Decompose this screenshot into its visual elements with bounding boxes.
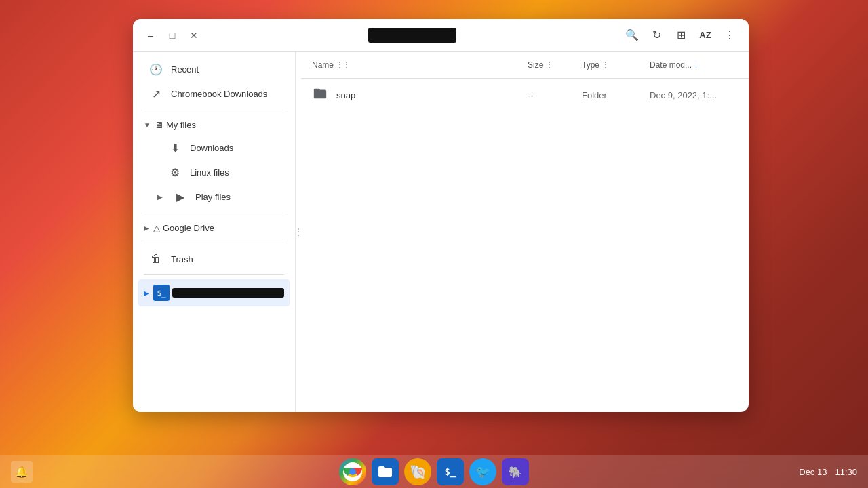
taskbar-date: Dec 13 [799, 467, 827, 477]
taskbar-mastodon[interactable]: 🐘 [502, 458, 529, 485]
google-drive-expand-arrow: ▶ [144, 224, 149, 232]
minimize-button[interactable]: – [141, 26, 160, 45]
col-type-header[interactable]: Type ⋮ [582, 60, 650, 70]
downloads-label: Downloads [190, 143, 233, 153]
notification-icon[interactable]: 🔔 [11, 461, 33, 483]
more-options-button[interactable]: ⋮ [719, 24, 741, 46]
main-content: Name ⋮⋮ Size ⋮ Type ⋮ Date mod... ↓ [301, 52, 749, 412]
my-files-expand-arrow: ▼ [144, 121, 151, 129]
taskbar-shelly[interactable]: 🐚 [404, 458, 431, 485]
col-date-header[interactable]: Date mod... ↓ [650, 60, 738, 70]
col-size-label: Size [528, 60, 543, 70]
downloads-icon: ⬇ [168, 142, 182, 155]
taskbar-apps: 🐚 $_ 🐦 🐘 [339, 458, 529, 485]
sidebar-item-play-files[interactable]: ▶ ▶ Play files [138, 185, 290, 209]
col-size-header[interactable]: Size ⋮ [528, 60, 582, 70]
google-drive-icon: △ [153, 223, 160, 233]
taskbar-left: 🔔 [11, 461, 33, 483]
address-redacted [368, 28, 456, 43]
sidebar-item-downloads[interactable]: ⬇ Downloads [138, 136, 290, 160]
search-button[interactable]: 🔍 [621, 24, 643, 46]
taskbar-right: Dec 13 11:30 [799, 467, 857, 477]
maximize-button[interactable]: □ [163, 26, 182, 45]
desktop: – □ ✕ 🔍 ↻ ⊞ AZ ⋮ 🕐 Recent [0, 0, 868, 488]
taskbar-terminal[interactable]: $_ [437, 458, 464, 485]
file-size-cell: -- [528, 90, 582, 100]
taskbar-chrome[interactable] [339, 458, 366, 485]
sidebar-divider-1 [144, 110, 284, 110]
taskbar-files[interactable] [372, 458, 399, 485]
play-files-label: Play files [195, 192, 231, 202]
linux-files-label: Linux files [190, 167, 229, 178]
sort-button[interactable]: AZ [694, 24, 716, 46]
col-type-sort-icon: ⋮ [602, 61, 609, 68]
col-name-header[interactable]: Name ⋮⋮ [312, 60, 528, 70]
trash-icon: 🗑 [149, 253, 163, 265]
recent-icon: 🕐 [149, 63, 163, 76]
trash-label: Trash [171, 254, 193, 264]
col-date-label: Date mod... [650, 60, 692, 70]
file-manager-window: – □ ✕ 🔍 ↻ ⊞ AZ ⋮ 🕐 Recent [133, 19, 749, 412]
terminal-label-redacted [172, 288, 284, 298]
sidebar-item-terminal[interactable]: ▶ $_ [138, 279, 290, 306]
google-drive-label: Google Drive [163, 223, 214, 233]
sidebar-item-my-files[interactable]: ▼ 🖥 My files [133, 115, 295, 136]
col-name-label: Name [312, 60, 334, 70]
taskbar-time: 11:30 [835, 467, 857, 477]
grid-view-button[interactable]: ⊞ [670, 24, 692, 46]
sidebar-divider-3 [144, 243, 284, 243]
col-size-sort-icon: ⋮ [546, 61, 553, 68]
sidebar-resize-handle[interactable]: ⋮ [296, 52, 301, 412]
sidebar-item-trash[interactable]: 🗑 Trash [138, 247, 290, 270]
file-date-cell: Dec 9, 2022, 1:... [650, 90, 738, 100]
col-date-sort-icon: ↓ [694, 61, 698, 68]
table-row[interactable]: snap -- Folder Dec 9, 2022, 1:... [301, 81, 749, 108]
recent-label: Recent [171, 64, 199, 75]
sidebar-divider-2 [144, 213, 284, 214]
sidebar-item-linux-files[interactable]: ⚙ Linux files [138, 161, 290, 184]
toolbar-actions: 🔍 ↻ ⊞ AZ ⋮ [621, 24, 741, 46]
col-type-label: Type [582, 60, 599, 70]
file-list: snap -- Folder Dec 9, 2022, 1:... [301, 79, 749, 412]
address-bar[interactable] [203, 28, 621, 43]
my-files-icon: 🖥 [155, 120, 163, 130]
chromebook-downloads-label: Chromebook Downloads [171, 89, 267, 99]
file-name-cell: snap [312, 86, 528, 104]
close-button[interactable]: ✕ [184, 26, 203, 45]
linux-files-icon: ⚙ [168, 166, 182, 179]
refresh-button[interactable]: ↻ [646, 24, 667, 46]
svg-point-2 [349, 468, 356, 475]
file-type-cell: Folder [582, 90, 650, 100]
sidebar-item-recent[interactable]: 🕐 Recent [138, 58, 290, 81]
window-body: 🕐 Recent ↗ Chromebook Downloads ▼ 🖥 My f… [133, 52, 749, 412]
taskbar-twitter[interactable]: 🐦 [469, 458, 496, 485]
terminal-icon: $_ [153, 285, 170, 301]
play-files-expand-arrow: ▶ [157, 193, 163, 201]
sidebar-divider-4 [144, 274, 284, 275]
col-name-sort-icon: ⋮⋮ [336, 61, 350, 68]
taskbar: 🔔 [0, 455, 868, 488]
file-name: snap [336, 90, 355, 100]
sidebar-item-chromebook-downloads[interactable]: ↗ Chromebook Downloads [138, 82, 290, 106]
titlebar: – □ ✕ 🔍 ↻ ⊞ AZ ⋮ [133, 19, 749, 52]
play-files-icon: ▶ [174, 190, 187, 203]
chromebook-downloads-icon: ↗ [149, 87, 163, 100]
sidebar-item-google-drive[interactable]: ▶ △ Google Drive [133, 218, 295, 239]
sidebar: 🕐 Recent ↗ Chromebook Downloads ▼ 🖥 My f… [133, 52, 296, 412]
terminal-expand-arrow: ▶ [144, 289, 149, 297]
my-files-label: My files [166, 120, 196, 130]
file-list-header: Name ⋮⋮ Size ⋮ Type ⋮ Date mod... ↓ [301, 52, 749, 79]
folder-icon [312, 86, 328, 104]
